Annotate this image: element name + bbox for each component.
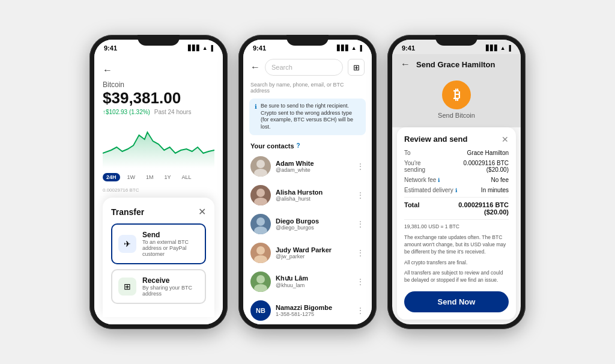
contact-diego[interactable]: Diego Burgos @diego_burgos ⋮: [243, 210, 372, 238]
send-now-button[interactable]: Send Now: [404, 291, 509, 312]
tab-all[interactable]: ALL: [178, 173, 195, 181]
back-button-2[interactable]: ←: [250, 62, 260, 73]
contact-name-adam: Adam White: [276, 160, 356, 167]
chart-tabs: 24H 1W 1M 1Y ALL: [103, 173, 214, 181]
modal-close-btn[interactable]: ✕: [198, 206, 206, 217]
contact-menu-judy[interactable]: ⋮: [356, 248, 365, 258]
contact-adam-white[interactable]: Adam White @adam_white ⋮: [243, 152, 372, 181]
wifi-icon-2: ▲: [351, 45, 357, 51]
battery-icon-3: ▐: [507, 45, 511, 51]
review-value-network-fee: No fee: [491, 177, 509, 183]
review-card: Review and send ✕ To Grace Hamilton You'…: [397, 127, 516, 320]
network-fee-info-icon[interactable]: ℹ: [438, 177, 440, 183]
contact-handle-adam: @adam_white: [276, 167, 356, 173]
search-placeholder: Search: [271, 64, 292, 71]
notch-2: [286, 35, 329, 46]
phone-2: 9:41 ▋▋▋ ▲ ▐ ← Search ⊞ Search by name, …: [238, 35, 377, 329]
modal-title: Transfer: [111, 207, 144, 217]
tab-1y[interactable]: 1Y: [161, 173, 175, 181]
btc-send-label: Send Bitcoin: [438, 112, 475, 119]
contact-info-namazzi: Namazzi Bigombe 1-358-581-1275: [276, 304, 356, 317]
crypto-name: Bitcoin: [103, 80, 214, 89]
contact-handle-khuu: @khuu_lam: [276, 282, 356, 288]
svg-point-8: [256, 275, 265, 284]
review-value-delivery: In minutes: [481, 187, 509, 193]
avatar-khuu: [250, 271, 271, 292]
review-label-network-fee: Network fee ℹ: [404, 177, 440, 183]
wifi-icon: ▲: [202, 45, 208, 51]
review-info-rate-note: The exchange rate updates often. The BTC…: [404, 234, 509, 256]
receive-option[interactable]: ⊞ Receive By sharing your BTC address: [111, 269, 206, 304]
status-time-2: 9:41: [253, 44, 266, 52]
contact-menu-namazzi[interactable]: ⋮: [356, 306, 365, 315]
signal-icon-2: ▋▋▋: [337, 45, 350, 51]
contact-menu-diego[interactable]: ⋮: [356, 219, 365, 229]
contacts-header: Your contacts ?: [243, 140, 372, 152]
chart-svg: [103, 120, 214, 168]
contact-name-khuu: Khưu Lâm: [276, 275, 356, 282]
btc-change: ↑$102.93 (1.32%) Past 24 hours: [103, 109, 214, 115]
contact-khuu[interactable]: Khưu Lâm @khuu_lam ⋮: [243, 267, 372, 296]
avatar-adam-white: [250, 156, 271, 177]
review-label-delivery: Estimated delivery ℹ: [404, 187, 457, 193]
delivery-info-icon[interactable]: ℹ: [455, 187, 457, 193]
receive-option-desc: By sharing your BTC address: [142, 285, 199, 297]
tab-1w[interactable]: 1W: [124, 173, 139, 181]
review-value-to: Grace Hamilton: [467, 150, 509, 156]
contact-info-khuu: Khưu Lâm @khuu_lam: [276, 275, 356, 288]
svg-point-0: [256, 160, 265, 168]
review-info-rate: 19,381.00 USD = 1 BTC: [404, 223, 509, 231]
send-option-title: Send: [142, 231, 199, 239]
review-info-review: All transfers are subject to review and …: [404, 270, 509, 284]
phone-2-screen: 9:41 ▋▋▋ ▲ ▐ ← Search ⊞ Search by name, …: [243, 40, 372, 324]
contact-namazzi[interactable]: NB Namazzi Bigombe 1-358-581-1275 ⋮: [243, 296, 372, 324]
btc-logo: ₿: [442, 80, 471, 109]
search-hint: Search by name, phone, email, or BTC add…: [243, 80, 372, 99]
svg-point-7: [254, 255, 267, 263]
wifi-icon-3: ▲: [500, 45, 506, 51]
contact-menu-khuu[interactable]: ⋮: [356, 277, 365, 287]
review-label-sending: You're sending: [404, 160, 442, 173]
phone-1-content: ← Bitcoin $39,381.00 ↑$102.93 (1.32%) Pa…: [94, 54, 223, 324]
search-header: ← Search ⊞: [243, 54, 372, 80]
send-option[interactable]: ✈ Send To an external BTC address or Pay…: [111, 223, 206, 264]
contact-judy[interactable]: Judy Ward Parker @jw_parker ⋮: [243, 238, 372, 267]
contacts-list: Adam White @adam_white ⋮ Alisha Hurston …: [243, 152, 372, 324]
help-icon[interactable]: ?: [297, 142, 300, 149]
contact-name-diego: Diego Burgos: [276, 217, 356, 225]
search-box[interactable]: Search: [265, 59, 343, 76]
contact-info-judy: Judy Ward Parker @jw_parker: [276, 246, 356, 259]
svg-point-4: [256, 217, 265, 226]
contact-handle-diego: @diego_burgos: [276, 225, 356, 231]
contact-menu-adam[interactable]: ⋮: [356, 162, 365, 171]
review-value-total: 0.00029116 BTC($20.00): [458, 201, 509, 216]
avatar-diego: [250, 214, 271, 234]
review-row-delivery: Estimated delivery ℹ In minutes: [404, 187, 509, 193]
avatar-judy: [250, 243, 271, 263]
phone-2-content: ← Search ⊞ Search by name, phone, email,…: [243, 54, 372, 324]
status-icons-3: ▋▋▋ ▲ ▐: [486, 45, 511, 51]
status-time-1: 9:41: [104, 44, 117, 52]
contact-menu-alisha[interactable]: ⋮: [356, 190, 365, 200]
info-icon: ℹ: [255, 103, 257, 131]
back-button-3[interactable]: ←: [401, 59, 410, 70]
contact-info-adam: Adam White @adam_white: [276, 160, 356, 173]
tab-24h[interactable]: 24H: [103, 173, 120, 181]
contact-handle-alisha: @alisha_hurst: [276, 196, 356, 202]
phone-3-screen: 9:41 ▋▋▋ ▲ ▐ ← Send Grace Hamilton ₿ Sen…: [392, 40, 521, 324]
phone-1-header: ←: [103, 65, 214, 76]
svg-point-3: [254, 198, 267, 205]
phone-3: 9:41 ▋▋▋ ▲ ▐ ← Send Grace Hamilton ₿ Sen…: [387, 35, 526, 329]
tab-1m[interactable]: 1M: [142, 173, 157, 181]
review-close-btn[interactable]: ✕: [501, 135, 509, 144]
status-icons-1: ▋▋▋ ▲ ▐: [188, 45, 213, 51]
svg-point-5: [254, 226, 267, 234]
contact-alisha[interactable]: Alisha Hurston @alisha_hurst ⋮: [243, 181, 372, 210]
contact-handle-judy: @jw_parker: [276, 253, 356, 259]
qr-button[interactable]: ⊞: [348, 59, 365, 76]
btc-price: $39,381.00: [103, 89, 214, 108]
status-icons-2: ▋▋▋ ▲ ▐: [337, 45, 362, 51]
warning-text: Be sure to send to the right recipient. …: [261, 103, 360, 131]
svg-point-2: [256, 189, 265, 197]
back-button-1[interactable]: ←: [103, 65, 112, 76]
